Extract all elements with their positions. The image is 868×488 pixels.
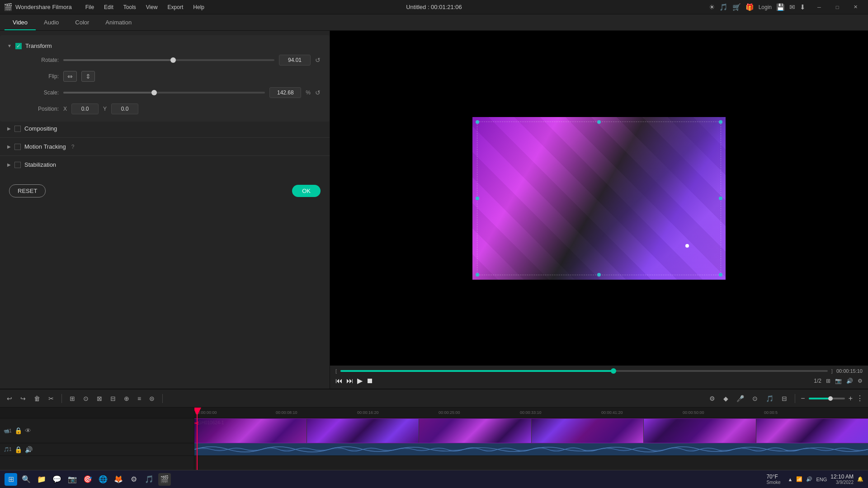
gift-icon[interactable]: 🎁 <box>745 3 754 11</box>
scale-slider-thumb[interactable] <box>151 90 157 95</box>
progress-thumb[interactable] <box>611 368 616 374</box>
volume-icon[interactable]: 🔊 <box>846 378 853 384</box>
stabilization-checkbox[interactable] <box>14 162 21 168</box>
delete-button[interactable]: 🗑 <box>32 394 42 404</box>
calendar-button[interactable]: 🎯 <box>81 473 94 486</box>
rotate-value[interactable]: 94.01 <box>279 55 311 66</box>
chat-button[interactable]: 💬 <box>51 473 63 486</box>
menu-view[interactable]: View <box>142 2 162 12</box>
handle-mr[interactable] <box>719 197 722 200</box>
search-button[interactable]: 🔍 <box>20 473 33 486</box>
more-options-icon[interactable]: ⋮ <box>856 394 863 403</box>
menu-file[interactable]: File <box>81 2 99 12</box>
zoom-thumb[interactable] <box>828 396 833 401</box>
handle-ml[interactable] <box>476 197 479 200</box>
progress-bar[interactable] <box>340 370 828 372</box>
handle-br[interactable] <box>719 273 722 277</box>
ok-button[interactable]: OK <box>292 185 321 197</box>
browser-button[interactable]: 🌐 <box>97 473 109 486</box>
crop-button[interactable]: ⊞ <box>67 394 77 404</box>
video-track[interactable]: GH010624-1 <box>194 418 868 443</box>
stop-button[interactable]: ⏹ <box>366 377 373 385</box>
motion-tracking-checkbox[interactable] <box>14 144 21 150</box>
compositing-header[interactable]: ▶ Compositing <box>0 122 330 135</box>
rotate-slider-thumb[interactable] <box>170 57 176 63</box>
zoom-in-icon[interactable]: + <box>849 394 853 403</box>
settings-taskbar-button[interactable]: ⚙ <box>127 473 140 486</box>
menu-help[interactable]: Help <box>189 2 209 12</box>
color-button[interactable]: ⊟ <box>108 394 118 404</box>
network-icon[interactable]: 📶 <box>796 476 802 482</box>
start-button[interactable]: ⊞ <box>5 473 17 486</box>
bracket-left[interactable]: [ <box>335 368 337 374</box>
lock-icon[interactable]: 🔒 <box>14 427 22 434</box>
tab-color[interactable]: Color <box>67 15 97 30</box>
menu-export[interactable]: Export <box>163 2 188 12</box>
handle-bm[interactable] <box>597 273 601 277</box>
play-button[interactable]: ▶ <box>357 376 363 385</box>
fullscreen-icon[interactable]: ⊞ <box>826 378 830 384</box>
skip-back-button[interactable]: ⏮ <box>335 377 343 385</box>
speed-button[interactable]: ⊙ <box>81 394 91 404</box>
edge-button[interactable]: 🦊 <box>112 473 125 486</box>
screenshot-icon[interactable]: 📷 <box>835 378 842 384</box>
handle-tr[interactable] <box>719 120 722 124</box>
login-btn[interactable]: Login <box>759 4 772 10</box>
compositing-checkbox[interactable] <box>14 126 21 132</box>
mail-icon[interactable]: ✉ <box>789 3 795 11</box>
camera-button[interactable]: 📷 <box>66 473 79 486</box>
quality-indicator[interactable]: 1/2 <box>814 378 821 384</box>
music-icon[interactable]: 🎵 <box>719 3 728 11</box>
chevron-up-icon[interactable]: ▲ <box>788 477 793 482</box>
zoom-out-icon[interactable]: − <box>801 394 805 403</box>
pip-button[interactable]: ⊟ <box>779 394 789 404</box>
motion-tracking-help-icon[interactable]: ? <box>71 144 75 150</box>
scale-reset-icon[interactable]: ↺ <box>315 89 321 96</box>
pos-y-input[interactable]: 0.0 <box>111 103 138 114</box>
settings-icon[interactable]: ⚙ <box>858 378 863 384</box>
handle-bl[interactable] <box>476 273 479 277</box>
voiceover-button[interactable]: 🎤 <box>734 394 746 404</box>
save-icon[interactable]: 💾 <box>776 3 785 11</box>
download-icon[interactable]: ⬇ <box>800 3 806 11</box>
rotate-reset-icon[interactable]: ↺ <box>315 56 321 64</box>
volume-taskbar-icon[interactable]: 🔊 <box>806 476 812 482</box>
pos-x-input[interactable]: 0.0 <box>71 103 99 114</box>
tab-video[interactable]: Video <box>5 15 36 30</box>
flip-vertical-button[interactable]: ⇕ <box>81 71 95 82</box>
effect-button[interactable]: ⊕ <box>122 394 132 404</box>
minimize-button[interactable]: ─ <box>810 0 828 14</box>
handle-tm[interactable] <box>597 120 601 124</box>
motion-tracking-header[interactable]: ▶ Motion Tracking ? <box>0 141 330 153</box>
cut-button[interactable]: ✂ <box>46 394 56 404</box>
reset-button[interactable]: RESET <box>9 184 46 197</box>
step-back-button[interactable]: ⏭ <box>346 377 354 385</box>
audio-button[interactable]: ≡ <box>135 394 143 404</box>
menu-edit[interactable]: Edit <box>99 2 118 12</box>
tab-audio[interactable]: Audio <box>36 15 67 30</box>
redo-button[interactable]: ↪ <box>18 394 28 404</box>
audio-mute-icon[interactable]: 🔊 <box>25 446 33 453</box>
audio-lock-icon[interactable]: 🔒 <box>14 446 22 453</box>
flip-horizontal-button[interactable]: ⇔ <box>63 71 77 82</box>
audio-detach-button[interactable]: ⊙ <box>750 394 760 404</box>
eye-icon[interactable]: 👁 <box>25 427 31 434</box>
settings-button[interactable]: ⚙ <box>707 394 717 404</box>
maximize-button[interactable]: □ <box>828 0 846 14</box>
split-audio-button[interactable]: 🎵 <box>764 394 776 404</box>
close-button[interactable]: ✕ <box>846 0 864 14</box>
undo-button[interactable]: ↩ <box>5 394 14 404</box>
shop-icon[interactable]: 🛒 <box>732 3 741 11</box>
transform-header[interactable]: ▼ ✓ Transform <box>0 40 330 52</box>
notification-icon[interactable]: 🔔 <box>857 476 863 482</box>
media-button[interactable]: 🎵 <box>143 473 156 486</box>
zoom-slider[interactable] <box>809 398 845 399</box>
stabilization-header[interactable]: ▶ Stabilization <box>0 159 330 171</box>
marker-button[interactable]: ◆ <box>721 394 731 404</box>
filmora-button[interactable]: 🎬 <box>158 473 171 486</box>
bracket-right[interactable]: ] <box>831 368 833 374</box>
tab-animation[interactable]: Animation <box>97 15 140 30</box>
transform-button[interactable]: ⊠ <box>94 394 104 404</box>
menu-tools[interactable]: Tools <box>119 2 141 12</box>
scale-value[interactable]: 142.68 <box>269 87 301 98</box>
